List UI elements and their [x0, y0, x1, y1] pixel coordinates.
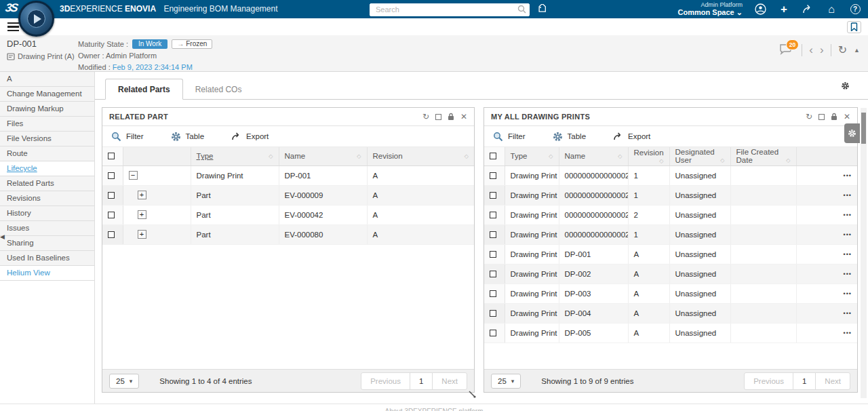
export-button[interactable]: Export — [231, 132, 269, 141]
panel-resize-handle[interactable] — [467, 389, 477, 399]
table-row[interactable]: Drawing PrintDP-004AUnassigned••• — [484, 303, 857, 323]
table-row[interactable]: Drawing PrintDP-001AUnassigned••• — [484, 244, 857, 264]
expand-row-icon[interactable]: + — [138, 230, 146, 239]
sidebar-item-files[interactable]: Files — [0, 117, 94, 132]
row-checkbox[interactable] — [490, 290, 496, 297]
search-icon[interactable] — [517, 5, 526, 14]
3ds-logo[interactable]: 3S — [5, 1, 18, 15]
sort-icon[interactable]: ◇ — [720, 157, 724, 163]
select-all-checkbox[interactable] — [108, 153, 115, 159]
collapse-row-icon[interactable]: − — [129, 171, 138, 180]
row-checkbox[interactable] — [490, 192, 496, 199]
tab-related-parts[interactable]: Related Parts — [105, 79, 183, 100]
next-object-icon[interactable]: › — [820, 45, 824, 55]
vertical-scrollbar[interactable] — [861, 108, 867, 398]
export-button[interactable]: Export — [613, 132, 650, 141]
expand-row-icon[interactable]: + — [138, 191, 146, 199]
sidebar-item-revisions[interactable]: Revisions — [0, 191, 94, 206]
row-actions-icon[interactable]: ••• — [844, 231, 852, 238]
table-row[interactable]: Drawing Print00000000000000271Unassigned… — [484, 185, 857, 205]
table-row[interactable]: Drawing PrintDP-002AUnassigned••• — [484, 264, 857, 283]
row-actions-icon[interactable]: ••• — [844, 310, 852, 317]
row-actions-icon[interactable]: ••• — [844, 172, 852, 179]
page-size-select[interactable]: 25 ▾ — [491, 374, 521, 389]
help-icon[interactable]: ? — [849, 3, 861, 16]
column-header-type[interactable]: Type◇ — [505, 147, 559, 165]
sidebar-item-change-management[interactable]: Change Management — [0, 87, 94, 102]
compass-icon[interactable] — [18, 1, 54, 37]
bookmark-icon[interactable] — [847, 21, 861, 33]
column-header-revision[interactable]: Revision◇ — [628, 147, 669, 165]
column-header-type[interactable]: Type◇ — [191, 147, 279, 165]
panel-lock-icon[interactable] — [831, 113, 837, 121]
select-all-checkbox[interactable] — [490, 153, 496, 159]
sidebar-item-helium-view[interactable]: Helium View — [0, 266, 94, 281]
hamburger-menu-icon[interactable] — [7, 20, 19, 34]
previous-page-button[interactable]: Previous — [744, 372, 793, 390]
collapse-header-icon[interactable]: ▲ — [854, 47, 860, 54]
table-row[interactable]: Drawing PrintDP-003AUnassigned••• — [484, 283, 857, 303]
table-row[interactable]: +PartEV-000042A — [102, 205, 474, 224]
sidebar-item-a[interactable]: A — [0, 72, 94, 87]
sidebar-item-lifecycle[interactable]: Lifecycle — [0, 161, 94, 176]
about-link[interactable]: About 3DEXPERIENCE platform — [384, 408, 483, 411]
sort-icon[interactable]: ◇ — [618, 153, 622, 159]
sort-icon[interactable]: ◇ — [269, 153, 273, 159]
sidebar-item-drawing-markup[interactable]: Drawing Markup — [0, 102, 94, 117]
filter-button[interactable]: Filter — [493, 132, 526, 142]
column-header-file_created_date[interactable]: File Created Date◇ — [730, 147, 796, 165]
column-header-designated_user[interactable]: Designated User◇ — [669, 147, 730, 165]
table-settings-button[interactable]: Table — [171, 132, 205, 142]
tag-icon[interactable] — [535, 3, 549, 16]
sidebar-collapse-icon[interactable]: ◀ — [0, 233, 5, 240]
table-row[interactable]: Drawing PrintDP-005AUnassigned••• — [484, 323, 857, 342]
refresh-icon[interactable]: ↻ — [838, 45, 847, 55]
share-icon[interactable] — [802, 3, 814, 16]
sort-icon[interactable]: ◇ — [357, 153, 361, 159]
next-page-button[interactable]: Next — [432, 372, 467, 390]
sidebar-item-file-versions[interactable]: File Versions — [0, 132, 94, 146]
next-page-button[interactable]: Next — [815, 372, 850, 390]
row-actions-icon[interactable]: ••• — [844, 290, 852, 297]
table-row[interactable]: Drawing Print00000000000000231Unassigned… — [484, 165, 857, 185]
sidebar-item-related-parts[interactable]: Related Parts — [0, 176, 94, 191]
page-size-select[interactable]: 25 ▾ — [109, 374, 139, 389]
home-icon[interactable]: ⌂ — [825, 3, 837, 16]
user-space-menu[interactable]: Admin Platform Common Space ⌄ — [678, 1, 743, 17]
page-settings-gear-icon[interactable] — [841, 81, 850, 93]
sidebar-item-history[interactable]: History — [0, 206, 94, 221]
row-checkbox[interactable] — [490, 330, 496, 336]
search-input[interactable] — [370, 3, 530, 16]
scrollbar-thumb[interactable] — [861, 113, 866, 144]
sort-icon[interactable]: ◇ — [465, 153, 469, 159]
row-checkbox[interactable] — [490, 271, 496, 277]
row-checkbox[interactable] — [490, 172, 496, 179]
table-row[interactable]: Drawing Print00000000000000272Unassigned… — [484, 205, 857, 224]
row-checkbox[interactable] — [108, 231, 115, 238]
table-row[interactable]: +PartEV-000080A — [102, 224, 474, 244]
sort-icon[interactable]: ◇ — [659, 158, 663, 164]
row-checkbox[interactable] — [490, 231, 496, 238]
promote-frozen-button[interactable]: → Frozen — [172, 39, 212, 49]
row-actions-icon[interactable]: ••• — [844, 251, 852, 258]
row-actions-icon[interactable]: ••• — [844, 271, 852, 277]
row-actions-icon[interactable]: ••• — [844, 330, 852, 336]
page-number-button[interactable]: 1 — [793, 372, 816, 390]
panel-maximize-icon[interactable] — [818, 114, 825, 120]
panel-lock-icon[interactable] — [448, 113, 454, 121]
add-icon[interactable]: + — [778, 3, 790, 16]
previous-object-icon[interactable]: ‹ — [809, 45, 813, 55]
row-checkbox[interactable] — [490, 251, 496, 258]
column-header-name[interactable]: Name◇ — [559, 147, 628, 165]
table-row[interactable]: Drawing Print00000000000000291Unassigned… — [484, 224, 857, 244]
panel-sync-icon[interactable]: ↻ — [422, 113, 429, 121]
sidebar-item-route[interactable]: Route — [0, 146, 94, 161]
row-checkbox[interactable] — [108, 192, 115, 199]
user-profile-icon[interactable] — [754, 3, 766, 16]
sort-icon[interactable]: ◇ — [549, 153, 553, 159]
row-actions-icon[interactable]: ••• — [844, 192, 852, 199]
sidebar-item-sharing[interactable]: Sharing — [0, 236, 94, 251]
notifications-icon[interactable]: 20 — [778, 43, 795, 57]
row-checkbox[interactable] — [108, 172, 115, 179]
panel-close-icon[interactable]: ✕ — [460, 113, 467, 121]
